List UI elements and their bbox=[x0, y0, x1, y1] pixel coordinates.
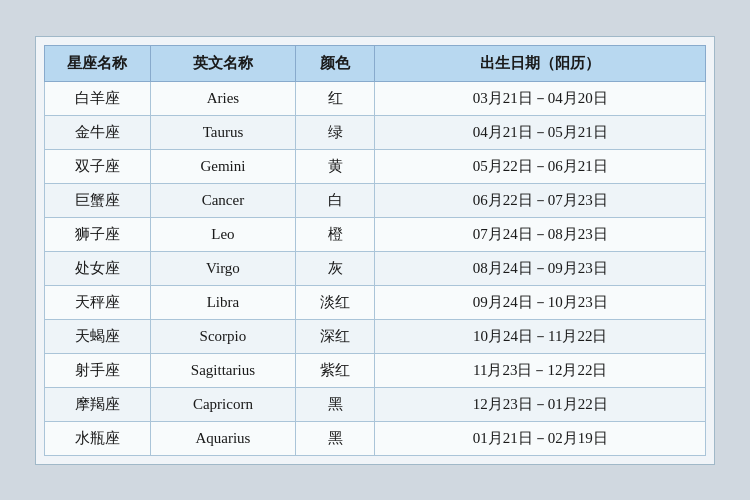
header-chinese-name: 星座名称 bbox=[45, 45, 151, 81]
cell-date: 01月21日－02月19日 bbox=[375, 421, 706, 455]
cell-chinese-name: 摩羯座 bbox=[45, 387, 151, 421]
cell-date: 09月24日－10月23日 bbox=[375, 285, 706, 319]
table-row: 处女座Virgo灰08月24日－09月23日 bbox=[45, 251, 706, 285]
header-color: 颜色 bbox=[296, 45, 375, 81]
cell-english-name: Sagittarius bbox=[150, 353, 295, 387]
cell-date: 04月21日－05月21日 bbox=[375, 115, 706, 149]
cell-color: 红 bbox=[296, 81, 375, 115]
cell-color: 绿 bbox=[296, 115, 375, 149]
cell-english-name: Cancer bbox=[150, 183, 295, 217]
cell-chinese-name: 处女座 bbox=[45, 251, 151, 285]
cell-color: 黑 bbox=[296, 421, 375, 455]
cell-chinese-name: 射手座 bbox=[45, 353, 151, 387]
cell-chinese-name: 金牛座 bbox=[45, 115, 151, 149]
table-body: 白羊座Aries红03月21日－04月20日金牛座Taurus绿04月21日－0… bbox=[45, 81, 706, 455]
cell-color: 淡红 bbox=[296, 285, 375, 319]
cell-color: 黑 bbox=[296, 387, 375, 421]
cell-color: 橙 bbox=[296, 217, 375, 251]
cell-chinese-name: 狮子座 bbox=[45, 217, 151, 251]
cell-date: 12月23日－01月22日 bbox=[375, 387, 706, 421]
table-row: 射手座Sagittarius紫红11月23日－12月22日 bbox=[45, 353, 706, 387]
table-row: 天秤座Libra淡红09月24日－10月23日 bbox=[45, 285, 706, 319]
table-row: 金牛座Taurus绿04月21日－05月21日 bbox=[45, 115, 706, 149]
cell-english-name: Libra bbox=[150, 285, 295, 319]
table-row: 双子座Gemini黄05月22日－06月21日 bbox=[45, 149, 706, 183]
cell-english-name: Aries bbox=[150, 81, 295, 115]
cell-chinese-name: 白羊座 bbox=[45, 81, 151, 115]
table-row: 巨蟹座Cancer白06月22日－07月23日 bbox=[45, 183, 706, 217]
cell-english-name: Virgo bbox=[150, 251, 295, 285]
cell-chinese-name: 水瓶座 bbox=[45, 421, 151, 455]
cell-date: 03月21日－04月20日 bbox=[375, 81, 706, 115]
cell-chinese-name: 天秤座 bbox=[45, 285, 151, 319]
cell-color: 黄 bbox=[296, 149, 375, 183]
cell-color: 深红 bbox=[296, 319, 375, 353]
cell-chinese-name: 巨蟹座 bbox=[45, 183, 151, 217]
table-row: 狮子座Leo橙07月24日－08月23日 bbox=[45, 217, 706, 251]
table-header-row: 星座名称 英文名称 颜色 出生日期（阳历） bbox=[45, 45, 706, 81]
header-date: 出生日期（阳历） bbox=[375, 45, 706, 81]
table-row: 白羊座Aries红03月21日－04月20日 bbox=[45, 81, 706, 115]
zodiac-table-container: 星座名称 英文名称 颜色 出生日期（阳历） 白羊座Aries红03月21日－04… bbox=[35, 36, 715, 465]
cell-english-name: Aquarius bbox=[150, 421, 295, 455]
table-row: 水瓶座Aquarius黑01月21日－02月19日 bbox=[45, 421, 706, 455]
cell-english-name: Taurus bbox=[150, 115, 295, 149]
cell-date: 11月23日－12月22日 bbox=[375, 353, 706, 387]
table-row: 天蝎座Scorpio深红10月24日－11月22日 bbox=[45, 319, 706, 353]
cell-date: 06月22日－07月23日 bbox=[375, 183, 706, 217]
cell-english-name: Leo bbox=[150, 217, 295, 251]
cell-color: 灰 bbox=[296, 251, 375, 285]
cell-color: 白 bbox=[296, 183, 375, 217]
cell-chinese-name: 天蝎座 bbox=[45, 319, 151, 353]
cell-date: 08月24日－09月23日 bbox=[375, 251, 706, 285]
cell-chinese-name: 双子座 bbox=[45, 149, 151, 183]
cell-date: 05月22日－06月21日 bbox=[375, 149, 706, 183]
cell-date: 07月24日－08月23日 bbox=[375, 217, 706, 251]
table-row: 摩羯座Capricorn黑12月23日－01月22日 bbox=[45, 387, 706, 421]
cell-english-name: Scorpio bbox=[150, 319, 295, 353]
cell-date: 10月24日－11月22日 bbox=[375, 319, 706, 353]
cell-color: 紫红 bbox=[296, 353, 375, 387]
cell-english-name: Capricorn bbox=[150, 387, 295, 421]
zodiac-table: 星座名称 英文名称 颜色 出生日期（阳历） 白羊座Aries红03月21日－04… bbox=[44, 45, 706, 456]
header-english-name: 英文名称 bbox=[150, 45, 295, 81]
cell-english-name: Gemini bbox=[150, 149, 295, 183]
